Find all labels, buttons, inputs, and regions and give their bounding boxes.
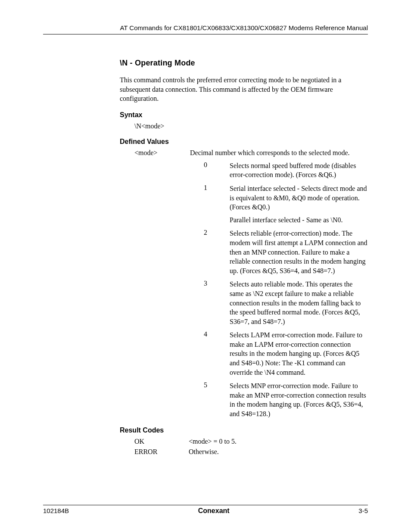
param-desc: Decimal number which corresponds to the … [190, 149, 368, 157]
result-code-text: Otherwise. [189, 448, 368, 456]
result-code-key: ERROR [120, 448, 189, 456]
value-row: 4 Selects LAPM error-correction mode. Fa… [120, 330, 368, 377]
footer-left: 102184B [43, 507, 69, 514]
value-key: 4 [120, 330, 230, 338]
value-text: Serial interface selected - Selects dire… [230, 184, 368, 224]
value-key: 1 [120, 184, 230, 192]
value-key: 5 [120, 381, 230, 389]
value-text: Selects auto reliable mode. This operate… [230, 280, 368, 326]
value-row: 1 Serial interface selected - Selects di… [120, 184, 368, 224]
param-name: <mode> [120, 149, 190, 157]
value-row: 2 Selects reliable (error-correction) mo… [120, 229, 368, 275]
syntax-heading: Syntax [120, 111, 368, 119]
result-codes-heading: Result Codes [120, 426, 368, 434]
value-row: 3 Selects auto reliable mode. This opera… [120, 280, 368, 326]
value-key: 0 [120, 161, 230, 169]
section-intro: This command controls the preferred erro… [120, 75, 368, 103]
value-text-extra: Parallel interface selected - Same as \N… [230, 215, 368, 225]
param-row: <mode> Decimal number which corresponds … [120, 149, 368, 157]
page: AT Commands for CX81801/CX06833/CX81300/… [0, 0, 411, 532]
value-key: 2 [120, 229, 230, 236]
value-row: 0 Selects normal speed buffered mode (di… [120, 161, 368, 180]
running-head: AT Commands for CX81801/CX06833/CX81300/… [43, 24, 368, 34]
footer-center: Conexant [198, 507, 230, 515]
footer-rule [43, 505, 368, 505]
defined-values-heading: Defined Values [120, 138, 368, 146]
value-text-main: Serial interface selected - Selects dire… [230, 184, 368, 212]
section-title: \N - Operating Mode [120, 59, 368, 68]
page-footer: 102184B Conexant 3-5 [43, 505, 368, 515]
value-row: 5 Selects MNP error-correction mode. Fai… [120, 381, 368, 418]
value-key: 3 [120, 280, 230, 287]
result-code-row: OK <mode> = 0 to 5. [120, 438, 368, 445]
value-text: Selects reliable (error-correction) mode… [230, 229, 368, 275]
result-code-text: <mode> = 0 to 5. [189, 438, 368, 445]
value-text: Selects MNP error-correction mode. Failu… [230, 381, 368, 418]
result-code-key: OK [120, 438, 189, 445]
content-block: \N - Operating Mode This command control… [43, 34, 368, 456]
value-text: Selects normal speed buffered mode (disa… [230, 161, 368, 180]
value-text: Selects LAPM error-correction mode. Fail… [230, 330, 368, 377]
syntax-text: \N<mode> [120, 122, 368, 130]
footer-right: 3-5 [358, 507, 368, 514]
result-code-row: ERROR Otherwise. [120, 448, 368, 456]
